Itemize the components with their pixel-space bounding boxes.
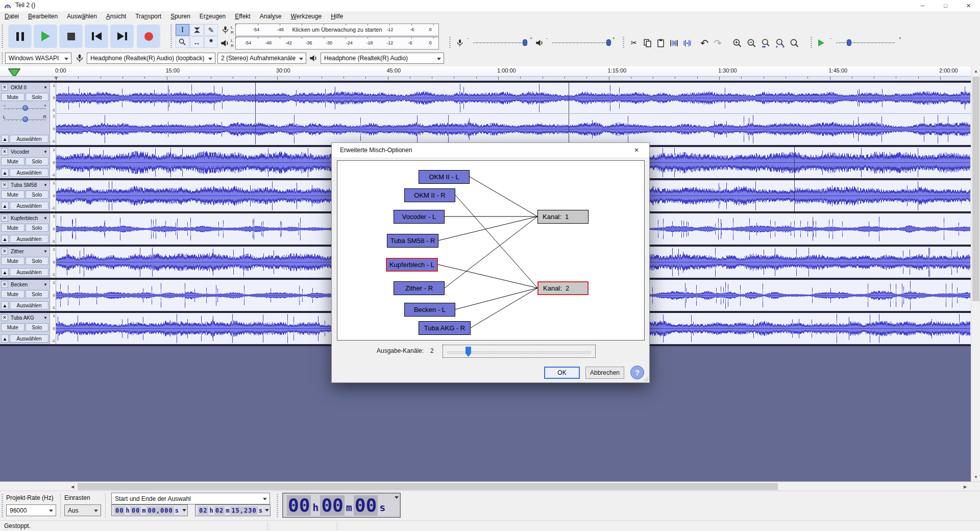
- time-digits[interactable]: 00: [114, 506, 125, 515]
- menu-datei[interactable]: Datei: [0, 11, 23, 21]
- copy-button[interactable]: [641, 37, 653, 49]
- time-unit[interactable]: s: [175, 507, 179, 514]
- playback-volume-thumb[interactable]: [606, 39, 611, 46]
- stop-button[interactable]: [59, 25, 83, 48]
- track-node-vocoder-l[interactable]: Vocoder - L: [394, 210, 445, 224]
- output-channels-thumb[interactable]: [465, 347, 471, 357]
- track-node-zither-r[interactable]: Zither - R: [394, 281, 445, 295]
- track-node-tuba-akg-r[interactable]: Tuba AKG - R: [419, 321, 471, 335]
- track-title[interactable]: Becken: [9, 281, 41, 288]
- mute-button[interactable]: Mute: [1, 290, 24, 298]
- play-at-speed-button[interactable]: [816, 38, 827, 48]
- help-button[interactable]: ?: [630, 366, 644, 379]
- paste-button[interactable]: [654, 37, 667, 49]
- zoom-tool-button[interactable]: [176, 36, 189, 48]
- time-unit[interactable]: s: [258, 507, 263, 514]
- track-close-button[interactable]: ✕: [1, 148, 8, 155]
- mute-button[interactable]: Mute: [1, 157, 24, 165]
- menu-auswählen[interactable]: Auswählen: [62, 11, 102, 21]
- dialog-title-bar[interactable]: Erweiterte Misch-Optionen ✕: [332, 143, 649, 157]
- vertical-scale-ruler[interactable]: 10-1: [50, 213, 56, 245]
- play-speed-thumb[interactable]: [847, 39, 851, 46]
- track-title[interactable]: Zither: [9, 248, 41, 255]
- vertical-scale-ruler[interactable]: 10-1: [50, 247, 56, 278]
- track-node-okm-ii-r[interactable]: OKM II - R: [404, 188, 455, 202]
- solo-button[interactable]: Solo: [26, 290, 49, 298]
- track-node-okm-ii-l[interactable]: OKM II - L: [419, 170, 470, 184]
- menu-bearbeiten[interactable]: Bearbeiten: [23, 11, 62, 21]
- cut-button[interactable]: ✂: [628, 37, 640, 49]
- play-meter[interactable]: -54-48-42-36-30-24-18-12-60: [235, 37, 439, 50]
- tools-grip[interactable]: [170, 25, 172, 48]
- time-unit[interactable]: h: [209, 507, 213, 514]
- select-track-button[interactable]: Auswählen: [10, 301, 48, 309]
- recording-channels-select[interactable]: 2 (Stereo) Aufnahmekanäle: [217, 53, 306, 64]
- track-close-button[interactable]: ✕: [1, 248, 8, 255]
- record-volume-slider[interactable]: - +: [467, 37, 532, 49]
- track-node-becken-l[interactable]: Becken - L: [404, 303, 455, 317]
- skip-to-start-button[interactable]: [85, 25, 108, 48]
- close-button[interactable]: ✕: [957, 0, 980, 11]
- minimize-button[interactable]: ─: [911, 0, 934, 11]
- time-unit[interactable]: s: [379, 501, 385, 514]
- time-unit[interactable]: h: [125, 507, 130, 514]
- menu-effekt[interactable]: Effekt: [230, 11, 255, 21]
- timeshift-tool-button[interactable]: ↔: [190, 36, 204, 48]
- track-control-panel[interactable]: ✕Becken▼MuteSolo▲Auswählen: [0, 280, 50, 311]
- track-title[interactable]: OKM II: [9, 84, 41, 91]
- waveform-canvas[interactable]: [56, 83, 970, 113]
- scroll-left-icon[interactable]: ◀: [69, 483, 76, 490]
- track-control-panel[interactable]: ✕Kupferblech▼MuteSolo▲Auswählen: [0, 213, 50, 245]
- recording-device-select[interactable]: Headphone (Realtek(R) Audio) (loopback): [87, 53, 215, 64]
- record-meter[interactable]: -54-48Klicken um Überwachung zu starten-…: [235, 23, 439, 36]
- pan-slider-thumb[interactable]: [22, 116, 28, 122]
- track-close-button[interactable]: ✕: [1, 214, 8, 222]
- menu-ansicht[interactable]: Ansicht: [102, 11, 131, 21]
- gain-slider[interactable]: −+: [2, 103, 47, 111]
- horizontal-scroll-thumb[interactable]: [78, 483, 778, 490]
- mute-button[interactable]: Mute: [1, 257, 24, 265]
- mixer-grip[interactable]: [449, 37, 451, 49]
- track-title[interactable]: Vocoder: [9, 148, 41, 155]
- record-meter-mic-icon[interactable]: [221, 25, 230, 35]
- play-meter-speaker-icon[interactable]: [220, 38, 230, 48]
- time-grip[interactable]: [277, 494, 278, 517]
- draw-tool-button[interactable]: ✎: [204, 24, 218, 36]
- playback-device-select[interactable]: Headphone (Realtek(R) Audio): [321, 53, 444, 64]
- collapse-button[interactable]: ▲: [1, 301, 9, 309]
- time-unit[interactable]: h: [312, 501, 318, 514]
- selection-mode-select[interactable]: Start und Ende der Auswahl: [111, 493, 270, 504]
- track-close-button[interactable]: ✕: [1, 84, 8, 91]
- track-close-button[interactable]: ✕: [1, 314, 8, 321]
- vertical-scale-ruler[interactable]: 10-1: [50, 280, 56, 311]
- audio-position-display[interactable]: 00h00m00s: [282, 493, 401, 518]
- menu-spuren[interactable]: Spuren: [166, 11, 195, 21]
- time-digits[interactable]: 02: [214, 506, 225, 515]
- fit-project-button[interactable]: [774, 37, 786, 49]
- track-title[interactable]: Kupferblech: [9, 214, 41, 222]
- time-digits[interactable]: 00: [354, 495, 378, 516]
- undo-button[interactable]: ↶: [698, 37, 710, 49]
- play-button[interactable]: [34, 25, 57, 48]
- menu-hilfe[interactable]: Hilfe: [326, 11, 348, 21]
- track-node-tuba-sm58-r[interactable]: Tuba SM58 - R: [387, 234, 438, 248]
- device-grip[interactable]: [2, 53, 3, 64]
- track-node-kupferblech-l[interactable]: Kupferblech - L: [386, 258, 438, 272]
- selection-grip[interactable]: [2, 494, 3, 517]
- time-unit[interactable]: m: [346, 501, 352, 514]
- scroll-right-icon[interactable]: ▶: [962, 483, 969, 490]
- track-control-panel[interactable]: ✕Zither▼MuteSolo▲Auswählen: [0, 247, 50, 278]
- silence-audio-button[interactable]: [681, 37, 693, 49]
- track-close-button[interactable]: ✕: [1, 181, 8, 188]
- edit-grip[interactable]: [623, 37, 624, 49]
- dialog-close-button[interactable]: ✕: [628, 144, 645, 156]
- menu-erzeugen[interactable]: Erzeugen: [195, 11, 230, 21]
- track-menu-icon[interactable]: ▼: [42, 281, 48, 288]
- record-button[interactable]: [137, 25, 160, 48]
- select-track-button[interactable]: Auswählen: [10, 334, 48, 343]
- solo-button[interactable]: Solo: [26, 224, 49, 232]
- time-digits[interactable]: 15,230: [230, 506, 257, 515]
- track-menu-icon[interactable]: ▼: [42, 148, 48, 155]
- time-digits[interactable]: 00: [320, 495, 344, 516]
- channel-node-2[interactable]: Kanal: 2: [537, 281, 589, 295]
